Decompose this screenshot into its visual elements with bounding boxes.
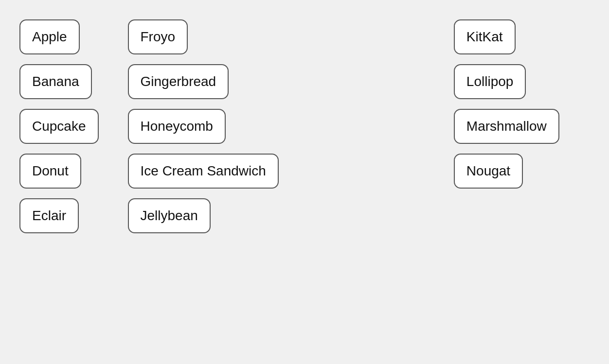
chip-gingerbread[interactable]: Gingerbread [128, 64, 229, 99]
chip-froyo[interactable]: Froyo [128, 19, 188, 54]
main-layout: AppleBananaCupcakeDonutEclair FroyoGinge… [19, 15, 559, 238]
chip-marshmallow[interactable]: Marshmallow [454, 109, 559, 144]
chip-lollipop[interactable]: Lollipop [454, 64, 526, 99]
column-2: FroyoGingerbreadHoneycombIce Cream Sandw… [128, 15, 279, 238]
chip-kitkat[interactable]: KitKat [454, 19, 516, 54]
chip-donut[interactable]: Donut [19, 154, 81, 189]
chip-jellybean[interactable]: Jellybean [128, 198, 211, 233]
chip-nougat[interactable]: Nougat [454, 154, 523, 189]
chip-ice-cream-sandwich[interactable]: Ice Cream Sandwich [128, 154, 279, 189]
chip-eclair[interactable]: Eclair [19, 198, 79, 233]
chip-apple[interactable]: Apple [19, 19, 80, 54]
chip-cupcake[interactable]: Cupcake [19, 109, 99, 144]
column-3: KitKatLollipopMarshmallowNougat [454, 15, 559, 193]
column-1: AppleBananaCupcakeDonutEclair [19, 15, 99, 238]
chip-honeycomb[interactable]: Honeycomb [128, 109, 226, 144]
chip-banana[interactable]: Banana [19, 64, 92, 99]
